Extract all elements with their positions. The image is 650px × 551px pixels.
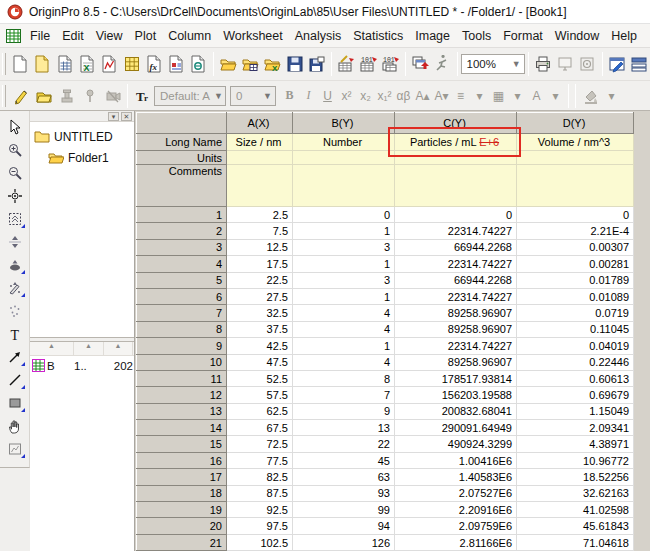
- menu-item-format[interactable]: Format: [497, 26, 549, 46]
- cell[interactable]: 1: [293, 256, 395, 272]
- details-column-sheets[interactable]: ▲: [74, 342, 104, 355]
- row-header-8[interactable]: 8: [137, 321, 227, 337]
- cell[interactable]: 0.69679: [517, 387, 634, 403]
- cell[interactable]: 7: [293, 387, 395, 403]
- tree-item-untitled[interactable]: UNTITLED: [34, 126, 132, 147]
- cell[interactable]: 62.5: [227, 403, 293, 419]
- camera-button[interactable]: [101, 84, 124, 108]
- row-header-12[interactable]: 12: [137, 387, 227, 403]
- cell[interactable]: 22: [293, 436, 395, 452]
- comments-d[interactable]: [517, 165, 634, 207]
- units-c[interactable]: [395, 151, 517, 165]
- cell[interactable]: 93: [293, 485, 395, 501]
- menu-item-file[interactable]: File: [24, 26, 56, 46]
- row-header-20[interactable]: 20: [137, 518, 227, 534]
- open-excel-button[interactable]: [239, 52, 261, 76]
- cell[interactable]: 12.5: [227, 239, 293, 255]
- cell[interactable]: 42.5: [227, 338, 293, 354]
- units-a[interactable]: [227, 151, 293, 165]
- new-graph-button[interactable]: [98, 52, 120, 76]
- zoom-level-select[interactable]: 100% ▼: [461, 54, 525, 74]
- cell[interactable]: 0.22446: [517, 354, 634, 370]
- cell[interactable]: 89258.96907: [395, 305, 517, 321]
- workbook-system-icon[interactable]: [6, 29, 21, 43]
- cell[interactable]: 27.5: [227, 288, 293, 304]
- data-selector-tool[interactable]: [3, 230, 27, 253]
- cell[interactable]: 0: [293, 207, 395, 223]
- row-header-16[interactable]: 16: [137, 452, 227, 468]
- italic-button[interactable]: I: [299, 85, 318, 107]
- comments-label[interactable]: Comments: [137, 165, 227, 207]
- cell[interactable]: 32.5: [227, 305, 293, 321]
- border-grid-button[interactable]: ▦: [489, 85, 508, 107]
- cell[interactable]: 0.00307: [517, 239, 634, 255]
- screen-reader-tool[interactable]: [3, 184, 27, 207]
- edit-pencil-button[interactable]: [9, 84, 32, 108]
- cell[interactable]: 2.09341: [517, 420, 634, 436]
- screen-reader-toolbar-button[interactable]: [576, 52, 598, 76]
- text-tool[interactable]: T: [3, 322, 27, 345]
- cell[interactable]: 22314.74227: [395, 288, 517, 304]
- row-header-17[interactable]: 17: [137, 469, 227, 485]
- chevron-down-icon[interactable]: ▾: [546, 85, 565, 107]
- cell[interactable]: 82.5: [227, 469, 293, 485]
- comments-c[interactable]: [395, 165, 517, 207]
- long-name-d[interactable]: Volume / nm^3: [517, 134, 634, 151]
- cell[interactable]: 71.04618: [517, 534, 634, 550]
- menu-item-worksheet[interactable]: Worksheet: [217, 26, 289, 46]
- column-header-c[interactable]: C(Y): [395, 113, 517, 134]
- column-header-b[interactable]: B(Y): [293, 113, 395, 134]
- cell[interactable]: 2.81166E6: [395, 534, 517, 550]
- menu-item-statistics[interactable]: Statistics: [347, 26, 409, 46]
- open-template-button[interactable]: X: [261, 52, 283, 76]
- details-column-name[interactable]: ▲: [30, 342, 74, 355]
- row-header-9[interactable]: 9: [137, 338, 227, 354]
- menu-item-help[interactable]: Help: [605, 26, 643, 46]
- menu-item-view[interactable]: View: [90, 26, 129, 46]
- row-header-4[interactable]: 4: [137, 256, 227, 272]
- cell[interactable]: 2.21E-4: [517, 223, 634, 239]
- new-layout-button[interactable]: [165, 52, 187, 76]
- save-template-button[interactable]: [306, 52, 328, 76]
- cell[interactable]: 97.5: [227, 518, 293, 534]
- row-header-13[interactable]: 13: [137, 403, 227, 419]
- details-row-book1[interactable]: B 1.. 202: [30, 356, 134, 375]
- chevron-down-icon[interactable]: ▾: [470, 85, 489, 107]
- stamp-button[interactable]: [55, 84, 78, 108]
- row-header-3[interactable]: 3: [137, 239, 227, 255]
- row-header-6[interactable]: 6: [137, 288, 227, 304]
- insert-graph-tool[interactable]: [3, 437, 27, 460]
- font-size-select[interactable]: 0 ▼: [230, 86, 276, 106]
- cell[interactable]: 66944.2268: [395, 272, 517, 288]
- units-b[interactable]: [293, 151, 395, 165]
- arrow-tool[interactable]: [3, 345, 27, 368]
- cell[interactable]: 1.00416E6: [395, 452, 517, 468]
- cell[interactable]: 0.01089: [517, 288, 634, 304]
- cell[interactable]: 156203.19588: [395, 387, 517, 403]
- cell[interactable]: 1.15049: [517, 403, 634, 419]
- superscript-button[interactable]: x²: [337, 85, 356, 107]
- row-header-14[interactable]: 14: [137, 420, 227, 436]
- cell[interactable]: 4: [293, 321, 395, 337]
- cell[interactable]: 2.09759E6: [395, 518, 517, 534]
- cell[interactable]: 47.5: [227, 354, 293, 370]
- subsuperscript-button[interactable]: x₁²: [375, 85, 394, 107]
- menu-item-image[interactable]: Image: [409, 26, 456, 46]
- font-color-button[interactable]: A: [527, 85, 546, 107]
- increase-font-button[interactable]: A▴: [413, 85, 432, 107]
- import-multi-ascii-button[interactable]: 101: [380, 52, 402, 76]
- duplicate-import-button[interactable]: [409, 52, 431, 76]
- open-book-button[interactable]: [32, 84, 55, 108]
- cell[interactable]: 52.5: [227, 370, 293, 386]
- new-matrix-button[interactable]: [120, 52, 142, 76]
- cell[interactable]: 4: [293, 305, 395, 321]
- row-header-1[interactable]: 1: [137, 207, 227, 223]
- zoom-out-tool[interactable]: [3, 161, 27, 184]
- save-project-button[interactable]: [284, 52, 306, 76]
- rectangle-zoom-tool[interactable]: [3, 207, 27, 230]
- cell[interactable]: 63: [293, 469, 395, 485]
- cell[interactable]: 22314.74227: [395, 256, 517, 272]
- cell[interactable]: 0.04019: [517, 338, 634, 354]
- cell[interactable]: 2.20916E6: [395, 502, 517, 518]
- subscript-button[interactable]: x₂: [356, 85, 375, 107]
